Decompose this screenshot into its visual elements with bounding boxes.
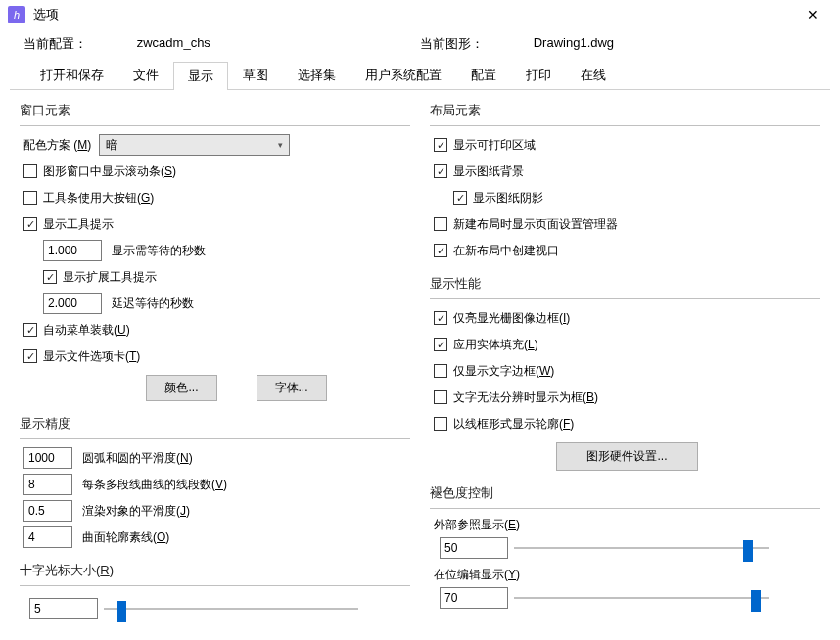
inplace-fade-label: 在位编辑显示(Y) (434, 567, 820, 583)
config-info: 当前配置： zwcadm_chs 当前图形： Drawing1.dwg (0, 29, 840, 61)
tooltip-delay-label: 显示需等待的秒数 (112, 243, 206, 259)
tooltips-label: 显示工具提示 (43, 216, 114, 233)
contour-lines-label: 曲面轮廓素线(O) (82, 529, 169, 546)
solid-fill-label: 应用实体填充(L) (453, 337, 538, 353)
tab-draft[interactable]: 草图 (228, 61, 283, 89)
ext-tooltips-checkbox[interactable] (43, 270, 57, 284)
current-config-label: 当前配置： (23, 35, 137, 53)
color-scheme-label: 配色方案 (M) (23, 137, 91, 154)
auto-menu-label: 自动菜单装载(U) (43, 322, 130, 339)
ext-tooltips-label: 显示扩展工具提示 (63, 269, 157, 286)
paper-bg-label: 显示图纸背景 (453, 163, 524, 180)
tab-user-config[interactable]: 用户系统配置 (350, 61, 456, 89)
solid-fill-checkbox[interactable] (434, 338, 447, 351)
contour-lines-input[interactable] (23, 526, 72, 548)
auto-menu-checkbox[interactable] (23, 323, 37, 337)
ext-delay-input[interactable] (43, 293, 102, 314)
raster-frame-checkbox[interactable] (434, 311, 447, 325)
tooltips-checkbox[interactable] (23, 217, 37, 231)
viewport-label: 在新布局中创建视口 (453, 243, 559, 259)
tab-open-save[interactable]: 打开和保存 (25, 61, 118, 89)
wireframe-checkbox[interactable] (434, 417, 447, 431)
layout-elements-title: 布局元素 (430, 102, 820, 119)
window-elements-title: 窗口元素 (20, 102, 410, 119)
file-tabs-label: 显示文件选项卡(T) (43, 348, 140, 365)
current-drawing-label: 当前图形： (420, 35, 534, 53)
file-tabs-checkbox[interactable] (23, 349, 37, 363)
crosshair-title: 十字光标大小(R) (20, 562, 410, 579)
xref-fade-slider[interactable] (514, 538, 769, 558)
crosshair-slider[interactable] (104, 599, 358, 618)
raster-frame-label: 仅亮显光栅图像边框(I) (453, 310, 570, 327)
big-buttons-checkbox[interactable] (23, 191, 37, 205)
page-setup-checkbox[interactable] (434, 217, 447, 231)
color-button[interactable]: 颜色... (146, 375, 216, 401)
big-buttons-label: 工具条使用大按钮(G) (43, 190, 154, 206)
text-box-label: 文字无法分辨时显示为框(B) (453, 389, 598, 406)
xref-fade-label: 外部参照显示(E) (434, 517, 820, 533)
arc-smoothness-label: 圆弧和圆的平滑度(N) (82, 450, 193, 467)
current-config-value: zwcadm_chs (137, 35, 420, 53)
hardware-settings-button[interactable]: 图形硬件设置... (556, 442, 697, 471)
text-box-checkbox[interactable] (434, 390, 447, 404)
color-scheme-select[interactable]: 暗 ▾ (99, 134, 290, 156)
font-button[interactable]: 字体... (257, 375, 327, 401)
window-title: 选项 (33, 6, 793, 23)
xref-fade-input[interactable] (440, 537, 508, 559)
close-button[interactable]: ✕ (793, 0, 832, 29)
inplace-fade-input[interactable] (440, 587, 508, 609)
tooltip-delay-input[interactable] (43, 240, 102, 261)
printable-area-checkbox[interactable] (434, 138, 447, 152)
tab-selection[interactable]: 选择集 (283, 61, 350, 89)
performance-title: 显示性能 (430, 275, 820, 293)
inplace-fade-slider[interactable] (514, 588, 769, 608)
crosshair-size-input[interactable] (29, 598, 98, 619)
render-smoothness-label: 渲染对象的平滑度(J) (82, 503, 190, 520)
page-setup-label: 新建布局时显示页面设置管理器 (453, 216, 618, 233)
wireframe-label: 以线框形式显示轮廓(F) (453, 416, 574, 433)
render-smoothness-input[interactable] (23, 500, 72, 522)
text-frame-label: 仅显示文字边框(W) (453, 363, 554, 380)
tab-print[interactable]: 打印 (511, 61, 566, 89)
paper-bg-checkbox[interactable] (434, 164, 447, 178)
chevron-down-icon: ▾ (278, 140, 283, 150)
printable-area-label: 显示可打印区域 (453, 137, 536, 154)
current-drawing-value: Drawing1.dwg (534, 35, 817, 53)
paper-shadow-checkbox[interactable] (453, 191, 467, 205)
tab-display[interactable]: 显示 (173, 62, 228, 90)
polyline-segments-input[interactable] (23, 474, 72, 495)
paper-shadow-label: 显示图纸阴影 (473, 190, 543, 206)
app-icon: h (8, 6, 25, 23)
scrollbar-label: 图形窗口中显示滚动条(S) (43, 163, 176, 180)
polyline-segments-label: 每条多段线曲线的线段数(V) (82, 477, 227, 493)
tab-online[interactable]: 在线 (566, 61, 621, 89)
arc-smoothness-input[interactable] (23, 447, 72, 469)
tab-bar: 打开和保存 文件 显示 草图 选择集 用户系统配置 配置 打印 在线 (10, 61, 830, 90)
precision-title: 显示精度 (20, 415, 410, 433)
text-frame-checkbox[interactable] (434, 364, 447, 378)
ext-delay-label: 延迟等待的秒数 (112, 296, 194, 312)
fade-control-title: 褪色度控制 (430, 484, 820, 502)
scrollbar-checkbox[interactable] (23, 164, 37, 178)
tab-config[interactable]: 配置 (456, 61, 511, 89)
tab-file[interactable]: 文件 (118, 61, 173, 89)
viewport-checkbox[interactable] (434, 244, 447, 257)
